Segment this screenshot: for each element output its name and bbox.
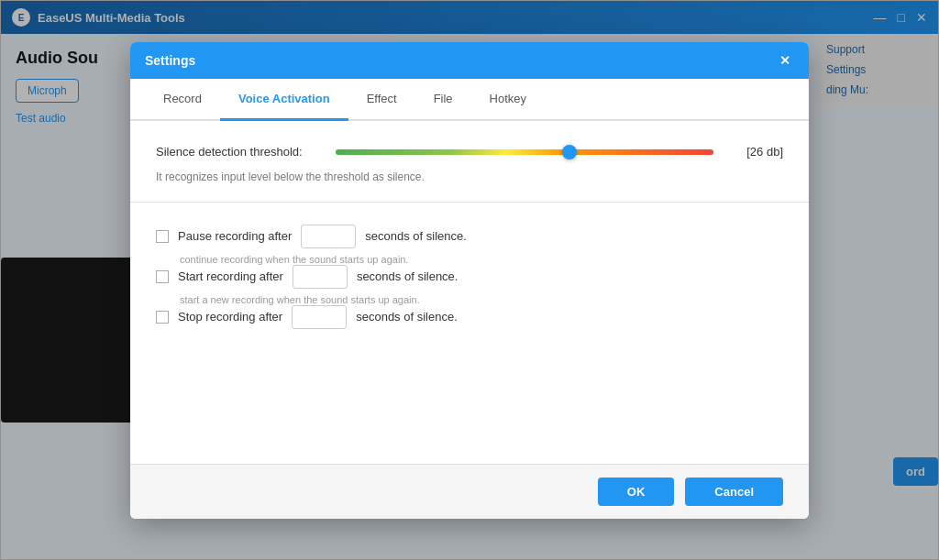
threshold-description: It recognizes input level below the thre… <box>156 170 783 183</box>
pause-option-row: Pause recording after ▲ ▼ seconds of sil… <box>156 225 783 248</box>
pause-suffix: seconds of silence. <box>365 229 467 243</box>
dialog-close-button[interactable]: ✕ <box>776 51 794 70</box>
stop-value[interactable] <box>293 310 347 324</box>
start-checkbox[interactable] <box>156 270 169 283</box>
dialog-overlay: Settings ✕ Record Voice Activation Effec… <box>0 0 939 560</box>
stop-option-row: Stop recording after ▲ ▼ seconds of sile… <box>156 305 783 329</box>
dialog-titlebar: Settings ✕ <box>130 42 809 79</box>
threshold-label: Silence detection threshold: <box>156 145 321 159</box>
options-section: Pause recording after ▲ ▼ seconds of sil… <box>130 203 809 357</box>
threshold-section: Silence detection threshold: [26 db] It … <box>130 121 809 203</box>
dialog-body: Silence detection threshold: [26 db] It … <box>130 121 809 464</box>
pause-option-group: Pause recording after ▲ ▼ seconds of sil… <box>156 225 783 265</box>
start-option-row: Start recording after ▲ ▼ seconds of sil… <box>156 265 783 289</box>
start-value[interactable] <box>293 269 348 283</box>
tab-effect[interactable]: Effect <box>348 79 415 121</box>
slider-value: [26 db] <box>728 145 783 159</box>
threshold-row: Silence detection threshold: [26 db] <box>156 143 783 161</box>
pause-checkbox[interactable] <box>156 230 169 243</box>
tab-voice-activation[interactable]: Voice Activation <box>220 79 348 121</box>
tab-record[interactable]: Record <box>145 79 220 121</box>
dialog-footer: OK Cancel <box>130 464 809 519</box>
dialog-title: Settings <box>145 53 195 68</box>
start-suffix: seconds of silence. <box>357 269 458 283</box>
stop-option-group: Stop recording after ▲ ▼ seconds of sile… <box>156 305 783 329</box>
pause-spinner[interactable]: ▲ ▼ <box>301 225 356 248</box>
start-spinner[interactable]: ▲ ▼ <box>293 265 348 289</box>
slider-thumb[interactable] <box>562 145 577 159</box>
slider-track <box>336 149 713 155</box>
settings-dialog: Settings ✕ Record Voice Activation Effec… <box>130 42 809 519</box>
stop-checkbox[interactable] <box>156 311 169 324</box>
stop-suffix: seconds of silence. <box>356 310 458 324</box>
start-prefix: Start recording after <box>178 269 283 283</box>
tab-bar: Record Voice Activation Effect File Hotk… <box>130 79 809 121</box>
pause-value[interactable] <box>302 229 356 243</box>
start-desc: start a new recording when the sound sta… <box>180 294 783 305</box>
cancel-button[interactable]: Cancel <box>685 478 783 506</box>
pause-prefix: Pause recording after <box>178 229 292 243</box>
stop-spinner[interactable]: ▲ ▼ <box>292 305 347 329</box>
pause-desc: continue recording when the sound starts… <box>180 254 783 265</box>
tab-file[interactable]: File <box>415 79 471 121</box>
start-option-group: Start recording after ▲ ▼ seconds of sil… <box>156 265 783 305</box>
tab-hotkey[interactable]: Hotkey <box>471 79 545 121</box>
stop-prefix: Stop recording after <box>178 310 282 324</box>
threshold-slider[interactable] <box>336 143 713 161</box>
ok-button[interactable]: OK <box>598 478 675 506</box>
